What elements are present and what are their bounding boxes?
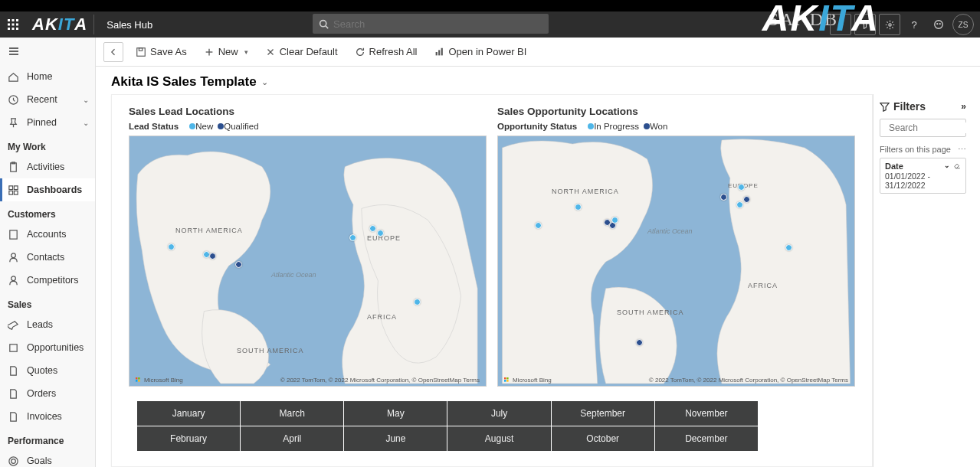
svg-rect-6 <box>8 28 10 30</box>
collapse-filters-button[interactable]: » <box>961 101 966 112</box>
open-powerbi-button[interactable]: Open in Power BI <box>429 43 531 60</box>
nav-section: Performance <box>0 428 95 449</box>
filter-top-button[interactable] <box>854 14 876 35</box>
nav-pinned[interactable]: Pinned⌄ <box>0 111 95 134</box>
month-july[interactable]: July <box>447 401 551 426</box>
erase-icon[interactable] <box>953 162 961 171</box>
chevron-down-icon: ⌄ <box>83 96 89 104</box>
nav-section: My Work <box>0 134 95 155</box>
month-february[interactable]: February <box>137 426 241 452</box>
month-march[interactable]: March <box>241 401 344 426</box>
chevron-down-icon[interactable]: ⌄ <box>944 162 950 171</box>
svg-rect-51 <box>506 380 508 381</box>
target-icon <box>8 456 19 467</box>
month-january[interactable]: January <box>137 401 241 426</box>
svg-rect-7 <box>12 28 15 30</box>
svg-rect-8 <box>16 28 18 30</box>
nav-section: Sales <box>0 292 95 313</box>
filters-title: Filters <box>893 100 926 113</box>
nav-invoices[interactable]: Invoices <box>0 405 95 428</box>
map2-legend: Opportunity Status In ProgressWon <box>497 122 855 131</box>
app-name[interactable]: Sales Hub <box>94 19 165 31</box>
month-december[interactable]: December <box>654 426 758 452</box>
person-icon <box>8 275 19 286</box>
settings-button[interactable] <box>879 14 900 35</box>
month-november[interactable]: November <box>654 401 758 426</box>
title-dropdown[interactable]: ⌄ <box>261 77 268 87</box>
svg-rect-45 <box>136 380 137 381</box>
new-button[interactable]: New▾ <box>199 43 253 60</box>
filter-card-date[interactable]: Date⌄ 01/01/2022 - 31/12/2022 <box>880 158 966 194</box>
help-button[interactable]: ? <box>903 14 925 35</box>
nav-leads[interactable]: Leads <box>0 313 95 336</box>
filter-search[interactable] <box>880 119 966 137</box>
map1-title: Sales Lead Locations <box>129 106 487 117</box>
month-september[interactable]: September <box>551 401 654 426</box>
nav-orders[interactable]: Orders <box>0 382 95 405</box>
map1-legend: Lead Status NewQualified <box>129 122 487 131</box>
month-june[interactable]: June <box>344 426 447 452</box>
svg-point-29 <box>11 276 16 280</box>
svg-rect-49 <box>506 377 508 379</box>
nav-competitors[interactable]: Competitors <box>0 269 95 292</box>
month-slicer[interactable]: JanuaryMarchMayJulySeptemberNovember Feb… <box>136 400 759 452</box>
grid-icon <box>8 185 19 196</box>
svg-rect-23 <box>9 191 13 194</box>
svg-rect-34 <box>139 47 142 51</box>
map1-visual[interactable]: North America Europe Africa South Americ… <box>129 136 487 387</box>
page-title: Akita IS Sales Template <box>111 74 257 90</box>
waffle-icon[interactable] <box>0 11 26 38</box>
building-icon <box>8 229 19 240</box>
nav-opportunities[interactable]: Opportunities <box>0 336 95 359</box>
sandbox-label: SANDB <box>769 9 838 30</box>
svg-rect-4 <box>12 24 15 26</box>
svg-point-13 <box>937 24 938 24</box>
month-april[interactable]: April <box>241 426 344 452</box>
global-search[interactable] <box>313 14 549 34</box>
nav-activities[interactable]: Activities <box>0 155 95 178</box>
svg-rect-19 <box>11 162 17 171</box>
month-august[interactable]: August <box>447 426 551 452</box>
box-icon <box>8 342 19 354</box>
nav-goals[interactable]: Goals <box>0 449 95 467</box>
svg-point-31 <box>9 456 18 465</box>
search-icon <box>319 19 329 29</box>
svg-point-12 <box>935 21 943 29</box>
user-avatar[interactable]: ZS <box>952 14 974 35</box>
save-as-button[interactable]: Save As <box>131 43 192 60</box>
svg-rect-2 <box>16 19 18 21</box>
clear-default-button[interactable]: Clear Default <box>261 43 343 60</box>
svg-rect-25 <box>10 230 17 238</box>
filter-section-menu[interactable]: ⋯ <box>958 145 966 155</box>
svg-rect-44 <box>138 377 139 379</box>
hamburger-icon[interactable] <box>0 38 95 65</box>
refresh-all-button[interactable]: Refresh All <box>350 43 422 60</box>
assistant-button[interactable] <box>928 14 949 35</box>
svg-rect-46 <box>138 380 139 381</box>
nav-accounts[interactable]: Accounts <box>0 223 95 246</box>
home-icon <box>8 71 19 83</box>
svg-rect-40 <box>439 50 441 55</box>
doc-icon <box>8 388 19 400</box>
add-button[interactable]: + <box>830 14 851 35</box>
svg-point-32 <box>11 459 16 463</box>
nav-quotes[interactable]: Quotes <box>0 359 95 382</box>
funnel-icon <box>8 319 19 331</box>
svg-rect-50 <box>504 380 506 381</box>
svg-rect-3 <box>8 24 10 26</box>
nav-dashboards[interactable]: Dashboards <box>0 178 95 201</box>
svg-point-14 <box>939 24 940 24</box>
month-october[interactable]: October <box>551 426 654 452</box>
svg-rect-30 <box>10 344 17 351</box>
search-input[interactable] <box>333 18 542 30</box>
nav-recent[interactable]: Recent⌄ <box>0 88 95 111</box>
nav-section: Customers <box>0 201 95 223</box>
nav-home[interactable]: Home <box>0 65 95 88</box>
month-may[interactable]: May <box>344 401 447 426</box>
svg-rect-21 <box>9 185 13 189</box>
svg-rect-24 <box>14 191 18 194</box>
back-button[interactable] <box>103 42 123 62</box>
nav-contacts[interactable]: Contacts <box>0 246 95 269</box>
svg-rect-22 <box>14 185 18 189</box>
map2-visual[interactable]: North America Europe Africa South Americ… <box>497 136 855 387</box>
